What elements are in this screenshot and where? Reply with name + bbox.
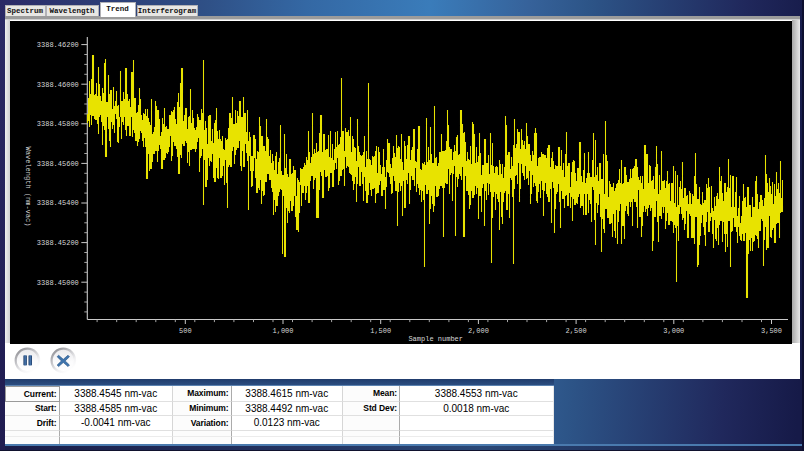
svg-text:1,500: 1,500 [370, 326, 391, 334]
svg-text:Wavelength (nm-vac): Wavelength (nm-vac) [24, 146, 32, 226]
svg-text:3388.45600: 3388.45600 [37, 159, 79, 167]
svg-text:1,000: 1,000 [272, 326, 293, 334]
svg-text:3,500: 3,500 [761, 326, 782, 334]
svg-text:500: 500 [179, 326, 192, 334]
svg-text:3,000: 3,000 [663, 326, 684, 334]
svg-text:3388.45000: 3388.45000 [37, 278, 79, 286]
svg-text:Sample number: Sample number [408, 335, 463, 343]
svg-text:2,500: 2,500 [566, 326, 587, 334]
svg-text:3388.45800: 3388.45800 [37, 120, 79, 128]
svg-text:3388.46000: 3388.46000 [37, 80, 79, 88]
svg-text:3388.46200: 3388.46200 [37, 41, 79, 49]
svg-text:3388.45400: 3388.45400 [37, 199, 79, 207]
svg-text:2,000: 2,000 [468, 326, 489, 334]
svg-text:3388.45200: 3388.45200 [37, 239, 79, 247]
